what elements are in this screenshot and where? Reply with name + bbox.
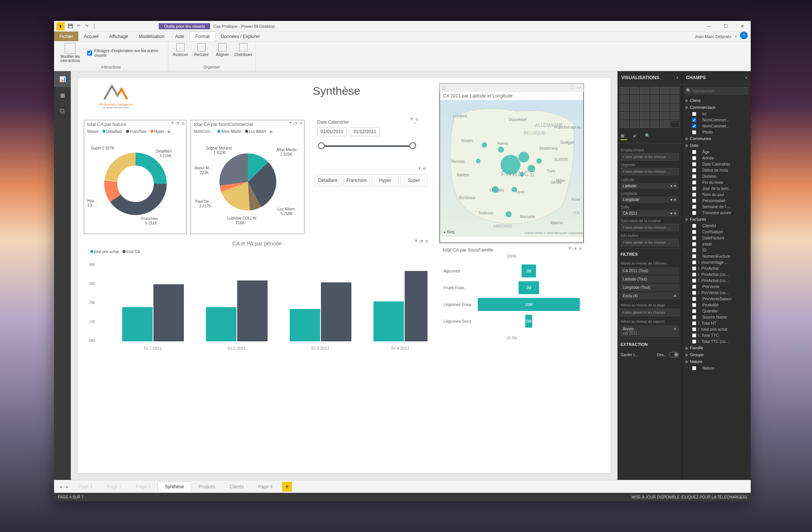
clear-icon[interactable]: ⊘	[182, 121, 185, 126]
field-item[interactable]: Personnalisé	[684, 198, 749, 204]
filter-icon[interactable]: ⧩	[414, 239, 417, 244]
field-item[interactable]: Date Calendrier	[684, 161, 749, 167]
page-tab[interactable]: Produits	[191, 481, 222, 492]
info-icon[interactable]: ⓘ	[442, 85, 446, 91]
well-longitude-chip[interactable]: Longitude▾ ✕	[621, 196, 679, 203]
tab-prev-icon[interactable]: ◂	[57, 484, 64, 489]
drill-filter-checkbox[interactable]	[87, 51, 92, 56]
field-table[interactable]: ▣ Commerciaux	[684, 104, 749, 111]
field-item[interactable]: ΣTotal HT	[684, 320, 749, 326]
field-item[interactable]: Quantite	[684, 308, 749, 314]
filter-annee[interactable]: Année est 2011 ✕	[620, 325, 680, 337]
well-emplacement[interactable]: Faites glisser ici les champs …	[621, 153, 679, 161]
focus-icon[interactable]: ◔	[294, 121, 297, 126]
more-icon[interactable]: ⋯	[577, 85, 581, 91]
donut-chart-visual[interactable]: ⧩◔⊘ total CA par Nature Nature Détaillan…	[84, 120, 187, 234]
field-item[interactable]: Jour de la sem…	[684, 185, 749, 191]
field-item[interactable]: Trimestre année	[684, 210, 749, 216]
date-slicer-visual[interactable]: ⧩⊘ Date Calendrier ⌄ 01/01/2011 31/12/20…	[314, 116, 420, 158]
field-item[interactable]: Icl	[684, 111, 749, 117]
field-table[interactable]: ▣ Nature	[684, 358, 749, 365]
report-page[interactable]: MA Business Intelligence Le savoir est u…	[78, 78, 611, 473]
bring-forward-button[interactable]: Avancer	[171, 43, 189, 57]
logo-visual[interactable]: MA Business Intelligence Le savoir est u…	[85, 82, 146, 116]
fields-mode-icon[interactable]: ▦	[621, 133, 627, 140]
field-item[interactable]: PrixVenteSaison	[684, 296, 749, 302]
field-item[interactable]: NomCommer…	[684, 123, 749, 129]
clear-icon[interactable]: ⊘	[300, 121, 303, 126]
tab-affichage[interactable]: Affichage	[104, 32, 134, 41]
funnel-visual[interactable]: ⧩◔⊘ total CA par SousFamille 100% Agrume…	[439, 245, 584, 367]
tab-modelisation[interactable]: Modélisation	[134, 32, 170, 41]
save-icon[interactable]: 💾	[67, 24, 74, 29]
data-view-button[interactable]: ▦	[54, 87, 71, 103]
collapse-icon[interactable]: ›	[745, 75, 747, 80]
slider-handle-left[interactable]	[318, 142, 325, 149]
tab-format[interactable]: Format	[190, 32, 215, 41]
add-page-button[interactable]: +	[282, 482, 292, 492]
distribute-button[interactable]: Distribuer	[235, 43, 252, 57]
status-update-link[interactable]: MISE À JOUR DISPONIBLE (CLIQUEZ POUR LA …	[632, 495, 747, 499]
slider-handle-right[interactable]	[409, 142, 416, 149]
funnel-row[interactable]: Agrumes 1M	[443, 264, 580, 277]
file-tab[interactable]: Fichier	[54, 32, 78, 41]
toggle-switch[interactable]	[669, 352, 679, 357]
page-tab[interactable]: Page 4	[251, 481, 280, 492]
slicer-franchise[interactable]: Franchise	[343, 174, 370, 186]
fields-search-input[interactable]	[693, 89, 747, 93]
viz-gallery[interactable]: ⋯	[617, 84, 682, 130]
field-item[interactable]: Photo	[684, 129, 749, 135]
page-tab[interactable]: Page 3	[129, 481, 158, 492]
page-title-visual[interactable]: Synthèse	[279, 84, 394, 98]
date-from-input[interactable]: 01/01/2011	[317, 127, 347, 136]
bar-chart-visual[interactable]: ⧩◔⊘ CA et PA par période total prix acha…	[84, 238, 430, 367]
filter-icon[interactable]: ⧩	[171, 121, 174, 126]
field-item[interactable]: NumeroFacture	[684, 253, 749, 259]
filter-ca[interactable]: CA 2011 (Tout)	[620, 267, 680, 274]
qat-more-icon[interactable]: │	[91, 24, 98, 28]
focus-icon[interactable]: ◔	[573, 247, 577, 251]
filter-lat[interactable]: Latitude (Tout)	[620, 276, 680, 283]
field-item[interactable]: CoefSaison	[684, 229, 749, 235]
field-item[interactable]: Source.Name	[684, 314, 749, 320]
field-item[interactable]: ΣPrixAchat (co…	[684, 271, 749, 277]
page-tab[interactable]: Page 1	[71, 481, 100, 492]
field-item[interactable]: ID	[684, 247, 749, 253]
edit-interactions-button[interactable]: Modifier les interactions	[57, 43, 83, 63]
tab-accueil[interactable]: Accueil	[78, 32, 104, 41]
field-item[interactable]: ΣPrixAchat	[684, 265, 749, 271]
field-item[interactable]: Début de mois	[684, 167, 749, 173]
field-item[interactable]: Année	[684, 155, 749, 161]
clear-slicer-icon[interactable]: ⊘	[415, 117, 418, 122]
focus-icon[interactable]: ◔	[176, 121, 179, 126]
field-item[interactable]: Fin du mois	[684, 179, 749, 185]
field-item[interactable]: PrixVente	[684, 284, 749, 290]
analytics-mode-icon[interactable]: 🔍	[645, 133, 652, 140]
page-filter-drop[interactable]: Faites glisser ici les champs…	[620, 309, 680, 316]
slicer-hyper[interactable]: Hyper	[372, 174, 399, 186]
user-name[interactable]: Jean-Marc Delprato	[691, 32, 735, 41]
funnel-row[interactable]: Fruits Frais 2M	[443, 281, 580, 294]
field-item[interactable]: Nature	[684, 365, 749, 371]
field-table[interactable]: ▣ Factures	[684, 216, 749, 223]
clear-icon[interactable]: ⊘	[579, 247, 582, 251]
maximize-button[interactable]: ☐	[717, 21, 734, 32]
filter-lon[interactable]: Longitude (Tout)	[620, 284, 680, 291]
field-item[interactable]: Σpourcentage …	[684, 259, 749, 265]
well-taille-chip[interactable]: CA 2011▾ ✕	[621, 210, 679, 217]
tab-donnees[interactable]: Données / Explorer	[215, 32, 265, 41]
field-item[interactable]: NomCommer…	[684, 117, 749, 123]
well-saturation[interactable]: Faites glisser ici les champs …	[621, 224, 679, 231]
undo-icon[interactable]: ↶	[75, 24, 82, 29]
field-item[interactable]: ΣPrixVente (co…	[684, 290, 749, 296]
report-view-button[interactable]: 📊	[54, 71, 71, 87]
field-item[interactable]: Division	[684, 173, 749, 179]
funnel-row[interactable]: Légumes Secs 0M	[443, 315, 580, 328]
help-icon[interactable]: ?	[740, 32, 748, 39]
well-legende[interactable]: Faites glisser ici les champs …	[621, 168, 679, 175]
well-latitude-chip[interactable]: Latitude▾ ✕	[621, 183, 679, 189]
clear-icon[interactable]: ⊘	[425, 239, 428, 244]
field-item[interactable]: ΣPrixAchat (co…	[684, 277, 749, 284]
filter-exclu[interactable]: Exclu (4)✕	[620, 292, 680, 299]
field-item[interactable]: ProduitId	[684, 302, 749, 308]
